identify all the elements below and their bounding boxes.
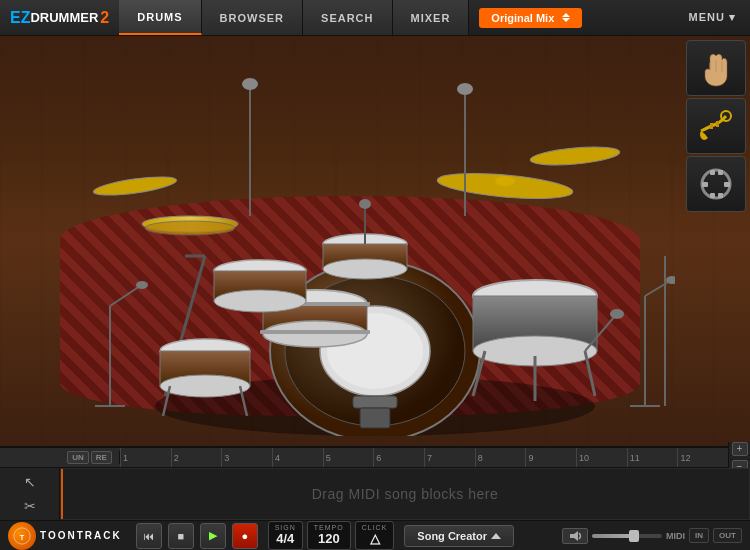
ruler-mark-3: 3 xyxy=(221,448,272,467)
svg-point-9 xyxy=(495,176,515,186)
ruler-mark-10: 10 xyxy=(576,448,627,467)
logo-ez: EZ xyxy=(10,9,30,27)
midi-label: MIDI xyxy=(666,531,685,541)
logo-drummer: DRUMMER xyxy=(30,10,98,25)
svg-point-26 xyxy=(323,259,407,279)
playhead xyxy=(61,469,63,519)
ruler-mark-7: 7 xyxy=(424,448,475,467)
click-box[interactable]: Click △ xyxy=(355,521,395,550)
tab-browser[interactable]: BROWSER xyxy=(202,0,303,35)
rewind-icon: ⏮ xyxy=(143,530,154,542)
sign-tempo-controls: Sign 4/4 Tempo 120 Click △ xyxy=(268,521,395,550)
select-tool[interactable]: ↖ xyxy=(18,472,42,492)
svg-rect-63 xyxy=(710,170,715,175)
svg-rect-59 xyxy=(716,121,719,127)
svg-point-5 xyxy=(92,173,177,199)
top-nav-bar: EZ DRUMMER 2 DRUMS BROWSER SEARCH MIXER … xyxy=(0,0,750,36)
hand-instrument-panel[interactable] xyxy=(686,40,746,96)
midi-out-button[interactable]: OUT xyxy=(713,528,742,543)
ruler-mark-1: 1 xyxy=(120,448,171,467)
tab-mixer[interactable]: MIXER xyxy=(393,0,470,35)
click-value: △ xyxy=(370,531,380,547)
volume-slider[interactable] xyxy=(592,534,662,538)
midi-in-button[interactable]: IN xyxy=(689,528,709,543)
svg-point-28 xyxy=(359,199,371,209)
toontrack-logo-icon: T xyxy=(8,522,36,550)
rewind-button[interactable]: ⏮ xyxy=(136,523,162,549)
ruler-mark-2: 2 xyxy=(171,448,222,467)
timeline-ruler: UN RE 1 2 3 4 5 6 7 8 9 10 11 12 + − xyxy=(0,448,750,468)
toontrack-label: TOONTRACK xyxy=(40,530,122,541)
undo-button[interactable]: UN xyxy=(67,451,89,464)
click-label: Click xyxy=(362,524,388,531)
svg-text:T: T xyxy=(20,532,25,541)
svg-point-40 xyxy=(160,375,250,397)
toontrack-icon-svg: T xyxy=(13,527,31,545)
menu-button[interactable]: MENU ▾ xyxy=(675,0,750,35)
logo-version: 2 xyxy=(100,9,109,27)
zoom-in-button[interactable]: + xyxy=(732,442,748,456)
mix-arrow-up xyxy=(562,13,570,17)
midi-controls: MIDI IN OUT xyxy=(562,528,742,544)
mix-selector[interactable]: Original Mix xyxy=(479,8,582,28)
ruler-marks: 1 2 3 4 5 6 7 8 9 10 11 12 xyxy=(120,448,728,467)
volume-fill xyxy=(592,534,634,538)
trumpet-icon xyxy=(696,106,736,146)
svg-rect-58 xyxy=(710,123,713,129)
sequencer-tools: ↖ ✂ xyxy=(0,468,60,520)
ruler-mark-11: 11 xyxy=(627,448,678,467)
tempo-value: 120 xyxy=(318,531,340,547)
svg-point-37 xyxy=(214,290,306,312)
drum-kit-svg xyxy=(75,56,675,436)
tab-drums[interactable]: DRUMS xyxy=(119,0,201,35)
stop-button[interactable]: ■ xyxy=(168,523,194,549)
ruler-controls: UN RE xyxy=(60,451,120,464)
svg-rect-18 xyxy=(360,408,390,428)
svg-marker-69 xyxy=(570,531,578,541)
right-instrument-panels xyxy=(682,36,750,216)
drum-kit-area xyxy=(0,36,750,446)
song-creator-label: Song Creator xyxy=(417,530,487,542)
svg-point-10 xyxy=(529,144,620,168)
svg-point-7 xyxy=(242,78,258,90)
redo-button[interactable]: RE xyxy=(91,451,112,464)
trumpet-instrument-panel[interactable] xyxy=(686,98,746,154)
svg-rect-62 xyxy=(724,182,730,187)
ruler-mark-5: 5 xyxy=(323,448,374,467)
speaker-icon xyxy=(568,531,582,541)
tempo-box[interactable]: Tempo 120 xyxy=(307,521,351,550)
svg-point-48 xyxy=(136,281,148,289)
svg-point-44 xyxy=(610,309,624,319)
svg-rect-23 xyxy=(260,330,370,334)
app-logo: EZ DRUMMER 2 xyxy=(0,0,119,35)
tambourine-instrument-panel[interactable] xyxy=(686,156,746,212)
stop-icon: ■ xyxy=(177,530,184,542)
svg-rect-17 xyxy=(353,396,397,408)
tab-search[interactable]: SEARCH xyxy=(303,0,392,35)
sign-value: 4/4 xyxy=(276,531,294,547)
svg-rect-61 xyxy=(702,182,708,187)
svg-line-51 xyxy=(645,281,670,296)
drag-hint-text: Drag MIDI song blocks here xyxy=(312,486,499,502)
mix-selector-arrows xyxy=(562,13,570,22)
cut-tool[interactable]: ✂ xyxy=(18,496,42,516)
toontrack-logo: T TOONTRACK xyxy=(8,522,122,550)
time-signature-box[interactable]: Sign 4/4 xyxy=(268,521,303,550)
sign-label: Sign xyxy=(275,524,296,531)
output-arrow-button[interactable] xyxy=(562,528,588,544)
record-button[interactable]: ● xyxy=(232,523,258,549)
ruler-mark-4: 4 xyxy=(272,448,323,467)
svg-line-47 xyxy=(110,286,140,306)
svg-rect-64 xyxy=(718,170,723,175)
svg-rect-65 xyxy=(710,193,715,198)
ruler-mark-6: 6 xyxy=(373,448,424,467)
song-creator-button[interactable]: Song Creator xyxy=(404,525,514,547)
tempo-label: Tempo xyxy=(314,524,344,531)
hand-icon xyxy=(696,48,736,88)
svg-rect-66 xyxy=(718,193,723,198)
drum-kit-visualization[interactable] xyxy=(75,56,675,436)
play-button[interactable]: ▶ xyxy=(200,523,226,549)
ruler-mark-9: 9 xyxy=(525,448,576,467)
volume-thumb[interactable] xyxy=(629,530,639,542)
sequencer-main-area[interactable]: Drag MIDI song blocks here xyxy=(60,468,750,520)
